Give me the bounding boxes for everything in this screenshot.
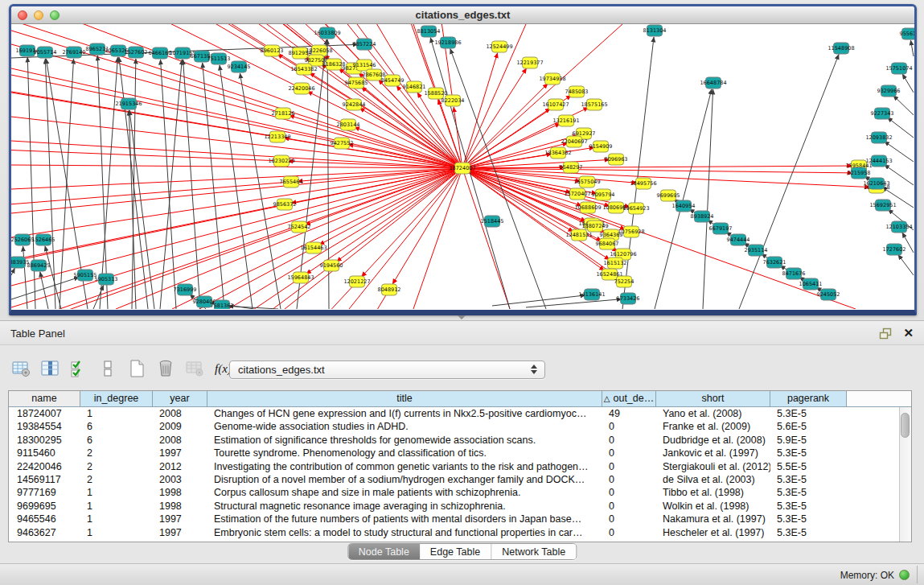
graph-node[interactable]: 9474444 [727,234,750,245]
graph-node[interactable]: 19654923 [622,203,649,214]
float-panel-icon[interactable] [879,328,892,340]
graph-node[interactable]: 10230229 [268,155,294,167]
graph-node[interactable]: 9245052 [817,289,840,300]
graph-node[interactable]: 15751074 [885,63,912,74]
graph-node[interactable]: 9699695 [657,190,680,201]
graph-node[interactable]: 1065411 [799,278,823,290]
graph-node[interactable]: 8869425 [27,260,51,271]
graph-node[interactable]: 8548297 [560,162,583,173]
graph-node[interactable]: 8096963 [605,154,628,165]
graph-node[interactable]: 1527602 [125,47,148,58]
table-selector-dropdown[interactable]: citations_edges.txt [229,360,545,379]
select-all-button[interactable] [68,358,89,380]
graph-node[interactable]: 9242844 [343,99,366,110]
delete-table-button[interactable] [183,358,205,380]
graph-node[interactable]: 12021227 [343,276,370,287]
graph-node[interactable]: 16575049 [573,176,600,187]
graph-node[interactable]: 8222034 [441,95,465,106]
graph-node[interactable]: 1615132 [604,257,627,269]
graph-node[interactable]: 22420046 [288,83,314,94]
table-row[interactable]: 2242004622012Investigating the contribut… [9,460,899,473]
graph-node[interactable]: 19218986 [434,37,461,48]
graph-node[interactable]: 21915346 [115,98,142,109]
graph-node[interactable]: 9329966 [877,85,901,97]
column-header-in-degree[interactable]: in_degree [80,391,153,407]
graph-node[interactable]: 752254 [614,276,634,287]
network-window-titlebar[interactable]: citations_edges.txt [11,6,914,24]
tab-node-table[interactable]: Node Table [348,544,420,559]
graph-node[interactable]: 9227343 [871,108,894,119]
graph-node[interactable]: 7511513 [207,53,231,64]
graph-node[interactable]: 1640954 [672,200,696,212]
graph-node[interactable]: 12103354 [885,221,912,233]
graph-node[interactable]: 1733426 [617,293,640,304]
graph-node[interactable]: 18495756 [630,178,656,189]
tab-network-table[interactable]: Network Table [491,544,576,559]
graph-node[interactable]: 15720407 [564,188,590,200]
graph-node[interactable]: 9154909 [589,141,613,152]
zoom-window-button[interactable] [50,10,60,20]
graph-node[interactable]: 8454749 [381,75,405,86]
graph-node[interactable]: 2718126 [272,108,295,119]
graph-node[interactable]: 16107427 [542,99,569,110]
column-header-title[interactable]: title [207,391,602,407]
graph-node[interactable]: 16033809 [314,27,340,39]
tab-edge-table[interactable]: Edge Table [420,544,491,559]
create-column-button[interactable] [125,358,147,380]
graph-node[interactable]: 7857224 [353,39,376,50]
graph-node[interactable]: 1526465 [32,234,55,245]
graph-node[interactable]: 12093832 [865,132,892,143]
splitter-handle-icon[interactable] [458,315,466,319]
graph-node[interactable]: 22040697 [561,136,587,147]
graph-node[interactable]: 8813054 [417,26,441,37]
close-panel-icon[interactable]: ✕ [903,327,914,340]
table-row[interactable]: 969969511998Structural magnetic resonanc… [9,500,899,513]
graph-node[interactable]: 2935114 [745,245,768,256]
graph-node[interactable]: 7485083 [565,86,589,97]
graph-node[interactable]: 8471676 [782,268,806,279]
graph-node[interactable]: 955619 [900,28,914,39]
graph-node[interactable]: 1518445 [481,216,504,227]
minimize-window-button[interactable] [34,10,43,20]
table-scrollbar[interactable] [899,407,911,542]
network-canvas[interactable]: 1872400789601238912954182260589827508165… [11,24,914,309]
column-header-name[interactable]: name [9,391,80,407]
column-header-year[interactable]: year [153,391,207,407]
column-header-short[interactable]: short [656,391,770,407]
table-row[interactable]: 1938455462009Genome-wide association stu… [9,420,899,433]
graph-node[interactable]: 11548908 [827,43,854,54]
table-row[interactable]: 946554611997Estimation of the future num… [9,513,899,525]
graph-node[interactable]: 9194560 [320,260,343,271]
graph-node[interactable]: 5905313 [95,274,118,285]
graph-node[interactable]: 8131304 [643,25,667,36]
graph-node[interactable]: 15692951 [869,200,896,211]
graph-node[interactable]: 2803144 [337,119,360,130]
graph-node[interactable]: 6466160 [149,47,172,59]
clear-selection-button[interactable] [97,358,118,380]
graph-node[interactable]: 9856372 [273,199,297,210]
graph-node[interactable]: 16648784 [700,77,726,89]
graph-node[interactable]: 8215958 [848,167,871,179]
graph-node[interactable]: 18364362 [544,147,571,159]
graph-node[interactable]: 6679197 [709,223,733,234]
table-mode-button[interactable] [10,358,31,380]
graph-node[interactable]: 9234145 [228,61,251,72]
graph-node[interactable]: 2769140 [63,47,86,58]
graph-node[interactable]: 8938924 [691,211,714,222]
close-window-button[interactable] [18,10,27,20]
graph-node[interactable]: 7316999 [174,284,197,295]
table-row[interactable]: 1872400712008Changes of HCN gene express… [9,407,899,420]
graph-node[interactable]: 8048912 [378,284,401,295]
graph-node[interactable]: 14136141 [578,289,605,300]
graph-node[interactable]: 1727602 [883,244,906,255]
show-columns-button[interactable] [39,358,60,380]
table-row[interactable]: 1456911722003Disruption of a novel membe… [9,473,899,486]
graph-node[interactable]: 19734938 [539,73,565,84]
graph-node[interactable]: 12524499 [486,41,512,52]
graph-node[interactable]: 9427552 [331,138,354,149]
table-row[interactable]: 911546021997Tourette syndrome. Phenomeno… [9,447,899,459]
column-header-pagerank[interactable]: pagerank [770,391,847,407]
graph-node[interactable]: 2526065 [11,234,34,245]
table-row[interactable]: 1830029562008Estimation of significance … [9,434,899,447]
graph-node[interactable]: 5905155 [74,270,97,281]
